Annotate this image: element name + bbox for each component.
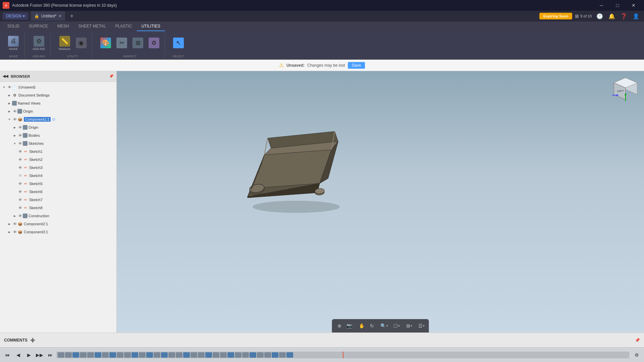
tl-item-12[interactable] xyxy=(139,352,146,358)
tl-item-27[interactable] xyxy=(250,352,256,358)
tree-vis-sketch3[interactable]: 👁 xyxy=(17,165,23,170)
tree-item-sketch4[interactable]: 👁 ✏ Sketch4 xyxy=(0,172,116,180)
ribbon-utility-item[interactable]: 📏 Measure xyxy=(57,35,72,51)
tl-item-25[interactable] xyxy=(235,352,241,358)
timeline-settings-button[interactable]: ⚙ xyxy=(632,350,641,360)
tl-item-5[interactable] xyxy=(87,352,94,358)
browser-collapse-icon[interactable]: ◀◀ xyxy=(3,74,8,78)
tree-item-root[interactable]: ▼ 👁 📄 (Unsaved) xyxy=(0,83,116,91)
tree-vis-sketch1[interactable]: 👁 xyxy=(17,149,23,154)
tl-item-2[interactable] xyxy=(65,352,72,358)
tab-sheet-metal[interactable]: SHEET METAL xyxy=(73,22,110,31)
tree-vis-sketches[interactable]: 👁 xyxy=(17,141,23,146)
expiring-soon-button[interactable]: Expiring Soon xyxy=(539,13,573,19)
maximize-button[interactable]: □ xyxy=(610,0,625,11)
timeline-track[interactable] xyxy=(56,352,629,358)
tl-item-13[interactable] xyxy=(146,352,153,358)
tree-vis-sketch8[interactable]: 👁 xyxy=(17,205,23,210)
tab-surface[interactable]: SURFACE xyxy=(24,22,53,31)
tree-item-sketch1[interactable]: 👁 ✏ Sketch1 xyxy=(0,147,116,156)
tl-item-28[interactable] xyxy=(257,352,264,358)
design-mode-button[interactable]: DESIGN ▾ xyxy=(3,12,28,20)
viewport-zoom-button[interactable]: 🔍▾ xyxy=(380,321,389,330)
tree-item-sketch7[interactable]: 👁 ✏ Sketch7 xyxy=(0,196,116,204)
tree-item-sketch8[interactable]: 👁 ✏ Sketch8 xyxy=(0,204,116,212)
tree-toggle-origin2[interactable]: ▶ xyxy=(12,125,17,130)
viewport-display-button[interactable]: ☰▾ xyxy=(417,321,426,330)
tl-item-9[interactable] xyxy=(117,352,123,358)
tab-plastic[interactable]: PLASTIC xyxy=(111,22,137,31)
tl-item-11[interactable] xyxy=(131,352,138,358)
tree-item-bodies[interactable]: ▶ 👁 Bodies xyxy=(0,131,116,139)
save-button[interactable]: Save xyxy=(348,62,365,69)
tree-vis-origin2[interactable]: 👁 xyxy=(17,125,23,130)
tl-item-16[interactable] xyxy=(168,352,175,358)
tree-toggle-sketches[interactable]: ▼ xyxy=(12,141,17,146)
tl-item-31[interactable] xyxy=(279,352,286,358)
tl-item-26[interactable] xyxy=(242,352,249,358)
document-tab[interactable]: 🔒 Untitled* ✕ xyxy=(31,11,65,21)
tree-item-doc-settings[interactable]: ▶ ⚙ Document Settings xyxy=(0,91,116,99)
ribbon-inspect-colors[interactable]: 🎨 xyxy=(98,37,113,50)
tl-item-14[interactable] xyxy=(154,352,160,358)
tl-item-19[interactable] xyxy=(191,352,197,358)
tl-item-32[interactable] xyxy=(286,352,293,358)
tree-item-sketch2[interactable]: 👁 ✏ Sketch2 xyxy=(0,156,116,164)
tree-item-component2[interactable]: ▶ 👁 📦 Component2:1 xyxy=(0,220,116,228)
viewport-camera-button[interactable]: 📷 xyxy=(345,321,354,330)
tab-close-icon[interactable]: ✕ xyxy=(58,14,62,18)
ribbon-utility-item2[interactable]: ◉ xyxy=(74,37,89,50)
tl-item-23[interactable] xyxy=(220,352,227,358)
tl-item-20[interactable] xyxy=(198,352,205,358)
tree-vis-bodies[interactable]: 👁 xyxy=(17,133,23,138)
tl-item-6[interactable] xyxy=(95,352,101,358)
viewport[interactable]: LEFT ⊕ 📷 ✋ ↻ 🔍▾ ☐▾ ⊞▾ xyxy=(117,71,644,333)
tl-item-30[interactable] xyxy=(272,352,278,358)
timeline-next-button[interactable]: ▶▶ xyxy=(35,350,44,360)
tree-toggle-comp1[interactable]: ▼ xyxy=(7,117,12,122)
tree-vis-construction[interactable]: 👁 xyxy=(17,213,23,219)
browser-pin-icon[interactable]: 📌 xyxy=(109,74,114,78)
tl-item-21[interactable] xyxy=(205,352,212,358)
viewport-fit-button[interactable]: ☐▾ xyxy=(392,321,401,330)
tl-item-24[interactable] xyxy=(227,352,234,358)
tl-item-4[interactable] xyxy=(80,352,87,358)
viewport-orbit-button[interactable]: ↻ xyxy=(367,321,377,330)
tree-toggle-origin-root[interactable]: ▶ xyxy=(7,109,12,114)
minimize-button[interactable]: ─ xyxy=(594,0,609,11)
viewport-grid-button[interactable]: ⊞▾ xyxy=(405,321,414,330)
ribbon-inspect-items[interactable]: ⚙ xyxy=(147,37,161,50)
tab-solid[interactable]: SOLID xyxy=(3,22,24,31)
ribbon-addins-item[interactable]: ⚙ ADD-INS xyxy=(31,35,47,51)
tree-item-component3[interactable]: ▶ 👁 📦 Component3:1 xyxy=(0,228,116,236)
tl-item-8[interactable] xyxy=(109,352,116,358)
tree-item-sketch3[interactable]: 👁 ✏ Sketch3 xyxy=(0,164,116,172)
tree-item-origin2[interactable]: ▶ 👁 Origin xyxy=(0,123,116,131)
close-button[interactable]: ✕ xyxy=(626,0,641,11)
view-cube[interactable]: LEFT xyxy=(610,74,641,105)
timeline-prev-button[interactable]: ◀ xyxy=(13,350,23,360)
tl-item-1[interactable] xyxy=(58,352,64,358)
tab-utilities[interactable]: UTILITIES xyxy=(137,22,165,31)
timeline-play-button[interactable]: ▶ xyxy=(24,350,34,360)
tree-vis-sketch7[interactable]: 👁 xyxy=(17,197,23,202)
bell-icon-button[interactable]: 🔔 xyxy=(606,11,617,21)
ribbon-select-active[interactable]: ↖ xyxy=(171,37,186,50)
clock-icon-button[interactable]: 🕐 xyxy=(594,11,605,21)
tree-toggle-comp3[interactable]: ▶ xyxy=(7,229,12,235)
user-icon-button[interactable]: 👤 xyxy=(631,11,641,21)
tree-item-origin-root[interactable]: ▶ 👁 Origin xyxy=(0,107,116,115)
ribbon-make-item[interactable]: 🖨 MAKE xyxy=(6,35,21,51)
tree-toggle-doc[interactable]: ▶ xyxy=(7,93,12,98)
timeline-last-button[interactable]: ⏭ xyxy=(46,350,55,360)
tree-toggle-named[interactable]: ▶ xyxy=(7,101,12,106)
tree-item-named-views[interactable]: ▶ Named Views xyxy=(0,99,116,107)
tree-vis-sketch5[interactable]: 👁 xyxy=(17,181,23,186)
tree-vis-sketch6[interactable]: 👁 xyxy=(17,189,23,194)
tree-item-component1[interactable]: ▼ 👁 📦 Component1:1 ⊙ xyxy=(0,115,116,123)
tree-toggle-bodies[interactable]: ▶ xyxy=(12,133,17,138)
comments-pin-icon[interactable]: 📌 xyxy=(635,338,640,343)
ribbon-inspect-section[interactable]: ✂ xyxy=(114,37,129,50)
tree-vis-comp3[interactable]: 👁 xyxy=(12,229,17,235)
tl-item-7[interactable] xyxy=(102,352,109,358)
